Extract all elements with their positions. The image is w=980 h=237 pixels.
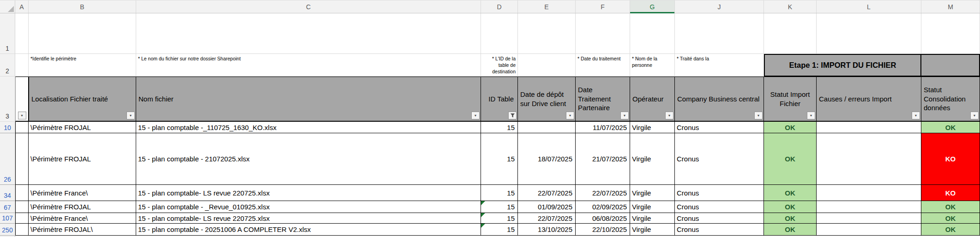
row-header-2[interactable]: 2 (0, 54, 15, 77)
select-all-corner[interactable] (0, 0, 15, 13)
status-import-cell[interactable]: OK (764, 201, 817, 213)
header-cell-date-traitement[interactable]: Date Traitement Partenaire ▼ (576, 77, 630, 122)
cell-j1[interactable] (675, 13, 764, 54)
cell-c2-note[interactable]: * Le nom du fichier sur notre dossier Sh… (136, 54, 481, 77)
cell-a250[interactable] (15, 224, 29, 236)
column-header-a[interactable]: A (15, 0, 29, 13)
cell-m2[interactable] (921, 54, 980, 77)
cell-a107[interactable] (15, 213, 29, 224)
cell-date-depot[interactable]: 22/07/2025 (518, 185, 576, 201)
cell-operateur[interactable]: Virgile (630, 224, 675, 236)
cell-id-table[interactable]: 15 (481, 224, 518, 236)
column-header-g-selected[interactable]: G (630, 0, 675, 13)
row-header-34[interactable]: 34 (0, 185, 15, 201)
header-cell-statut-conso[interactable]: Statut Consolidation données ▼ (921, 77, 980, 122)
status-conso-cell[interactable]: KO (921, 185, 980, 201)
status-import-cell[interactable]: OK (764, 224, 817, 236)
column-header-m[interactable]: M (921, 0, 980, 13)
status-import-cell[interactable]: OK (764, 133, 817, 185)
column-header-j[interactable]: J (675, 0, 764, 13)
cell-a10[interactable] (15, 122, 29, 133)
cell-a2[interactable] (15, 54, 29, 77)
cell-l1[interactable] (817, 13, 921, 54)
header-cell-id-table[interactable]: ID Table (481, 77, 518, 122)
cell-company[interactable]: Cronus (675, 213, 764, 224)
filter-dropdown-button[interactable]: ▼ (620, 112, 629, 119)
cell-operateur[interactable]: Virgile (630, 201, 675, 213)
row-header-250[interactable]: 250 (0, 224, 15, 236)
cell-id-table[interactable]: 15 (481, 133, 518, 185)
filter-dropdown-button[interactable]: ▼ (471, 112, 480, 119)
cell-id-table[interactable]: 15 (481, 213, 518, 224)
cell-company[interactable]: Cronus (675, 185, 764, 201)
cell-operateur[interactable]: Virgile (630, 185, 675, 201)
cell-e2[interactable] (518, 54, 576, 77)
column-header-l[interactable]: L (817, 0, 921, 13)
cell-a34[interactable] (15, 185, 29, 201)
cell-localisation[interactable]: \Périmètre France\ (29, 213, 136, 224)
cell-localisation[interactable]: \Périmètre FROJAL\ (29, 224, 136, 236)
row-header-3[interactable]: 3 (0, 77, 15, 122)
filter-dropdown-button[interactable]: ▼ (18, 112, 26, 119)
status-conso-cell[interactable]: OK (921, 224, 980, 236)
cell-operateur[interactable]: Virgile (630, 213, 675, 224)
column-header-d[interactable]: D (481, 0, 518, 13)
row-header-10[interactable]: 10 (0, 122, 15, 133)
cell-id-table[interactable]: 15 (481, 201, 518, 213)
cell-c1[interactable] (136, 13, 481, 54)
cell-d2-note[interactable]: * L'ID de la table de destination (481, 54, 518, 77)
cell-fichier[interactable]: 15 - plan comptable -_110725_1630_KO.xls… (136, 122, 481, 133)
header-cell-company[interactable]: Company Business central ▼ (675, 77, 764, 122)
cell-causes[interactable] (817, 224, 921, 236)
status-conso-cell[interactable]: OK (921, 213, 980, 224)
filter-dropdown-button[interactable]: ▼ (807, 112, 815, 119)
cell-date-depot[interactable]: 18/07/2025 (518, 133, 576, 185)
cell-company[interactable]: Cronus (675, 201, 764, 213)
cell-date-depot[interactable]: 13/10/2025 (518, 224, 576, 236)
filter-dropdown-button[interactable]: ▼ (912, 112, 920, 119)
cell-j2-note[interactable]: * Traité dans la (675, 54, 764, 77)
cell-fichier[interactable]: 15 - plan comptable- LS revue 220725.xls… (136, 185, 481, 201)
cell-fichier[interactable]: 15 - plan comptable - 20251006 A COMPLET… (136, 224, 481, 236)
cell-b1[interactable] (29, 13, 136, 54)
filter-dropdown-button[interactable]: ▼ (566, 112, 574, 119)
cell-operateur[interactable]: Virgile (630, 122, 675, 133)
column-header-c[interactable]: C (136, 0, 481, 13)
header-cell-operateur[interactable]: Opérateur ▼ (630, 77, 675, 122)
header-cell-a-filter[interactable]: ▼ (15, 77, 29, 122)
column-header-k[interactable]: K (764, 0, 817, 13)
status-conso-cell[interactable]: OK (921, 201, 980, 213)
cell-a26[interactable] (15, 133, 29, 185)
cell-m1[interactable] (921, 13, 980, 54)
cell-id-table[interactable]: 15 (481, 122, 518, 133)
cell-date-depot[interactable]: 22/07/2025 (518, 213, 576, 224)
cell-date-traitement[interactable]: 11/07/2025 (576, 122, 630, 133)
filter-dropdown-button[interactable]: ▼ (754, 112, 763, 119)
status-import-cell[interactable]: OK (764, 122, 817, 133)
cell-a1[interactable] (15, 13, 29, 54)
cell-g1[interactable] (630, 13, 675, 54)
row-header-26[interactable]: 26 (0, 133, 15, 185)
status-conso-cell[interactable]: OK (921, 122, 980, 133)
header-cell-statut-import[interactable]: Statut Import Fichier ▼ (764, 77, 817, 122)
status-conso-cell[interactable]: KO (921, 133, 980, 185)
cell-f2-note[interactable]: * Date du traitement (576, 54, 630, 77)
row-header-1[interactable]: 1 (0, 13, 15, 54)
column-header-f[interactable]: F (576, 0, 630, 13)
cell-company[interactable]: Cronus (675, 224, 764, 236)
cell-localisation[interactable]: \Périmètre FROJAL (29, 201, 136, 213)
cell-causes[interactable] (817, 213, 921, 224)
cell-k1[interactable] (764, 13, 817, 54)
column-header-e[interactable]: E (518, 0, 576, 13)
cell-causes[interactable] (817, 133, 921, 185)
status-import-cell[interactable]: OK (764, 213, 817, 224)
filter-dropdown-button[interactable]: ▼ (970, 112, 979, 119)
cell-fichier[interactable]: 15 - plan comptable - 21072025.xlsx (136, 133, 481, 185)
header-cell-date-depot[interactable]: Date de dépôt sur Drive client ▼ (518, 77, 576, 122)
cell-f1[interactable] (576, 13, 630, 54)
row-header-107[interactable]: 107 (0, 213, 15, 224)
cell-d1[interactable] (481, 13, 518, 54)
cell-company[interactable]: Cronus (675, 122, 764, 133)
cell-localisation[interactable]: \Périmètre FROJAL (29, 133, 136, 185)
cell-id-table[interactable]: 15 (481, 185, 518, 201)
